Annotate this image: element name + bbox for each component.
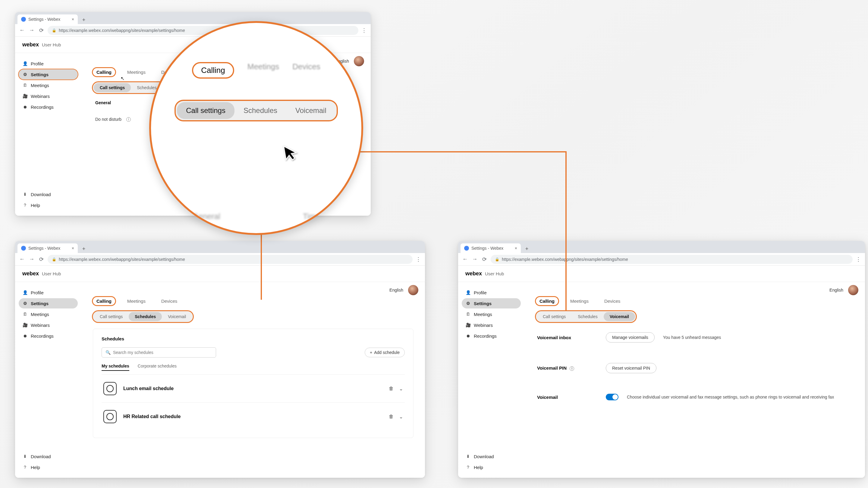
tab-meetings[interactable]: Meetings: [567, 297, 592, 305]
tab-calling[interactable]: Calling: [536, 297, 558, 305]
window-schedules: Settings - Webex × + ← → ⟳ 🔒 https://exa…: [15, 241, 425, 478]
sidebar-item-meetings[interactable]: 🗓Meetings: [462, 309, 521, 319]
sidebar-item-webinars[interactable]: 🎥Webinars: [462, 320, 521, 330]
avatar[interactable]: [354, 56, 364, 66]
sidebar-item-help[interactable]: ?Help: [19, 200, 78, 210]
tab-title: Settings - Webex: [28, 246, 60, 251]
subtab-call-settings[interactable]: Call settings: [94, 312, 129, 321]
manage-voicemails-button[interactable]: Manage voicemails: [606, 332, 655, 343]
sidebar-item-help[interactable]: ?Help: [19, 462, 78, 472]
browser-tab[interactable]: Settings - Webex ×: [461, 243, 521, 253]
browser-menu-icon[interactable]: ⋮: [856, 256, 861, 263]
voicemail-toggle-row: Voicemail Choose individual user voicema…: [531, 384, 858, 411]
subtab-voicemail[interactable]: Voicemail: [604, 312, 635, 321]
sidebar-item-download[interactable]: ⬇Download: [19, 189, 78, 199]
language-selector[interactable]: English: [390, 288, 403, 293]
calendar-icon: 🗓: [22, 312, 28, 317]
chevron-down-icon[interactable]: ⌄: [399, 414, 403, 420]
tab-close-icon[interactable]: ×: [72, 17, 74, 22]
brand-sub: User Hub: [42, 271, 61, 276]
subtab-call-settings[interactable]: Call settings: [94, 83, 131, 92]
subtab-voicemail[interactable]: Voicemail: [162, 312, 192, 321]
subtab-schedules[interactable]: Schedules: [129, 312, 162, 321]
back-icon[interactable]: ←: [462, 256, 468, 262]
reset-pin-button[interactable]: Reset voicemail PIN: [606, 363, 656, 373]
sidebar-item-webinars[interactable]: 🎥Webinars: [19, 91, 78, 101]
sidebar-item-meetings[interactable]: 🗓Meetings: [19, 80, 78, 90]
subtab-call-settings[interactable]: Call settings: [537, 312, 572, 321]
forward-icon[interactable]: →: [28, 27, 35, 33]
voicemail-inbox-label: Voicemail inbox: [537, 335, 597, 340]
sidebar-item-webinars[interactable]: 🎥Webinars: [19, 320, 78, 330]
new-tab-button[interactable]: +: [523, 245, 531, 253]
avatar[interactable]: [848, 285, 858, 295]
delete-icon[interactable]: 🗑: [389, 414, 394, 420]
schedule-name: Lunch email schedule: [123, 386, 174, 391]
info-icon[interactable]: i: [569, 366, 574, 371]
sidebar-item-profile[interactable]: 👤Profile: [19, 59, 78, 69]
tab-calling[interactable]: Calling: [93, 68, 115, 76]
forward-icon[interactable]: →: [471, 256, 478, 262]
url-field[interactable]: 🔒 https://example.webex.com/webappng/sit…: [48, 26, 358, 35]
subtab-schedules[interactable]: Schedules: [572, 312, 603, 321]
tab-title: Settings - Webex: [28, 17, 60, 22]
chevron-down-icon[interactable]: ⌄: [399, 386, 403, 392]
sidebar-item-profile[interactable]: 👤Profile: [462, 287, 521, 298]
reload-icon[interactable]: ⟳: [38, 27, 44, 34]
schedule-row[interactable]: HR Related call schedule 🗑 ⌄: [101, 402, 405, 430]
voicemail-toggle[interactable]: [606, 394, 618, 400]
tab-meetings[interactable]: Meetings: [124, 68, 149, 76]
sidebar-item-recordings[interactable]: ⏺Recordings: [19, 102, 78, 112]
brand-logo: webex: [22, 41, 39, 48]
back-icon[interactable]: ←: [19, 27, 25, 33]
dnd-label: Do not disturb: [95, 117, 121, 122]
sidebar-item-download[interactable]: ⬇Download: [19, 451, 78, 461]
sidebar-item-recordings[interactable]: ⏺Recordings: [19, 331, 78, 341]
sidebar-item-recordings[interactable]: ⏺Recordings: [462, 331, 521, 341]
url-field[interactable]: 🔒 https://example.webex.com/webappng/sit…: [48, 255, 412, 264]
subnav-corporate-schedules[interactable]: Corporate schedules: [138, 364, 177, 371]
browser-tab[interactable]: Settings - Webex ×: [18, 243, 78, 253]
subnav-my-schedules[interactable]: My schedules: [101, 364, 129, 371]
sidebar-item-meetings[interactable]: 🗓Meetings: [19, 309, 78, 319]
info-icon[interactable]: i: [126, 117, 131, 122]
sidebar-item-help[interactable]: ?Help: [462, 462, 521, 472]
new-tab-button[interactable]: +: [80, 16, 88, 24]
language-selector[interactable]: English: [830, 288, 843, 293]
sidebar-item-settings[interactable]: ⚙Settings: [462, 298, 521, 308]
webinars-icon: 🎥: [465, 322, 471, 328]
forward-icon[interactable]: →: [28, 256, 35, 262]
sidebar-item-settings[interactable]: ⚙Settings: [19, 69, 78, 79]
reload-icon[interactable]: ⟳: [481, 256, 488, 263]
delete-icon[interactable]: 🗑: [389, 386, 394, 392]
schedules-subnav: My schedules Corporate schedules: [101, 364, 405, 371]
add-schedule-button[interactable]: + Add schedule: [365, 348, 405, 357]
browser-menu-icon[interactable]: ⋮: [361, 27, 367, 34]
url-field[interactable]: 🔒 https://example.webex.com/webappng/sit…: [491, 255, 852, 264]
voicemail-pin-label: Voicemail PIN i: [537, 365, 597, 371]
schedule-row[interactable]: Lunch email schedule 🗑 ⌄: [101, 375, 405, 402]
brand-logo: webex: [22, 270, 39, 277]
tab-close-icon[interactable]: ×: [72, 246, 74, 251]
reload-icon[interactable]: ⟳: [38, 256, 44, 263]
avatar[interactable]: [408, 285, 418, 295]
help-icon: ?: [22, 464, 28, 470]
tab-close-icon[interactable]: ×: [515, 246, 517, 251]
new-tab-button[interactable]: +: [80, 245, 88, 253]
tab-meetings[interactable]: Meetings: [124, 297, 149, 305]
tab-devices[interactable]: Devices: [158, 297, 181, 305]
sidebar-item-profile[interactable]: 👤Profile: [19, 287, 78, 298]
back-icon[interactable]: ←: [19, 256, 25, 262]
sidebar-item-download[interactable]: ⬇Download: [462, 451, 521, 461]
sidebar-item-settings[interactable]: ⚙Settings: [19, 298, 78, 308]
brand-sub: User Hub: [485, 271, 504, 276]
gear-icon: ⚙: [465, 301, 471, 306]
tab-devices[interactable]: Devices: [601, 297, 624, 305]
browser-tabbar: Settings - Webex × +: [15, 241, 425, 253]
search-input[interactable]: 🔍: [101, 347, 216, 358]
search-field[interactable]: [113, 350, 212, 355]
tab-calling[interactable]: Calling: [93, 297, 115, 305]
browser-menu-icon[interactable]: ⋮: [415, 256, 421, 263]
browser-tab[interactable]: Settings - Webex ×: [18, 14, 78, 24]
subtab-bar: Call settings Schedules Voicemail: [536, 311, 636, 322]
